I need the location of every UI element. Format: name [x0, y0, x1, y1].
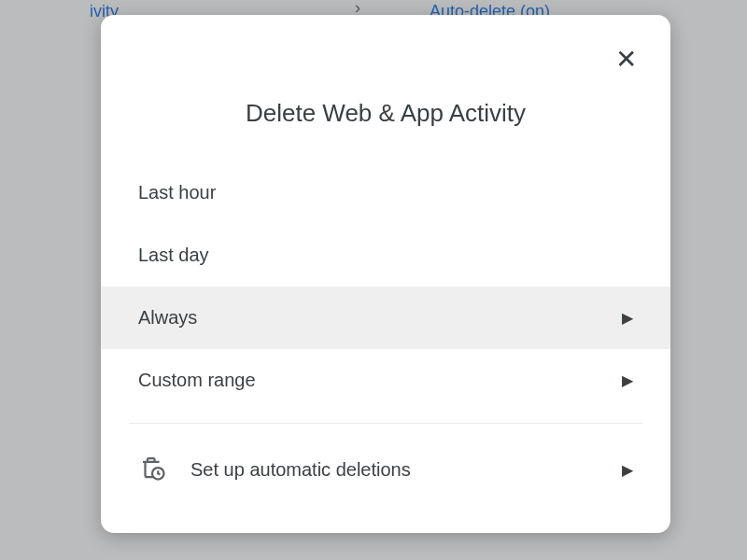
auto-delete-label: Set up automatic deletions [190, 459, 622, 481]
delete-activity-modal: ✕ Delete Web & App Activity Last hour La… [101, 15, 670, 533]
time-range-options: Last hour Last day Always ▶ Custom range… [101, 161, 670, 412]
setup-auto-deletions[interactable]: Set up automatic deletions ▶ [101, 429, 670, 511]
option-label: Last hour [138, 182, 633, 203]
close-icon: ✕ [615, 47, 637, 73]
chevron-right-icon: ▶ [622, 371, 633, 389]
option-always[interactable]: Always ▶ [101, 287, 670, 349]
chevron-right-icon: ▶ [622, 309, 633, 327]
close-button[interactable]: ✕ [607, 41, 644, 78]
option-label: Always [138, 307, 622, 329]
chevron-right-icon: ▶ [622, 461, 633, 479]
modal-title: Delete Web & App Activity [101, 99, 670, 128]
option-last-day[interactable]: Last day [101, 224, 670, 287]
trash-clock-icon [138, 454, 166, 486]
option-custom-range[interactable]: Custom range ▶ [101, 349, 670, 412]
option-last-hour[interactable]: Last hour [101, 161, 670, 224]
option-label: Custom range [138, 370, 622, 391]
divider [129, 423, 642, 424]
option-label: Last day [138, 245, 633, 266]
